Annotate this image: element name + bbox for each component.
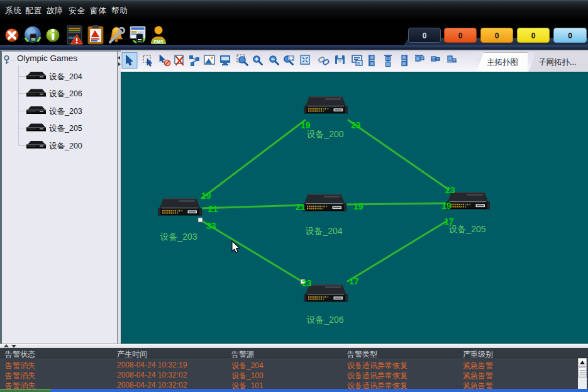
svg-text:23: 23 (351, 120, 361, 130)
svg-text:19: 19 (441, 201, 452, 211)
svg-text:17: 17 (349, 276, 359, 286)
svg-text:设备_203: 设备_203 (160, 232, 197, 242)
svg-text:19: 19 (201, 191, 211, 201)
svg-text:1:1: 1:1 (289, 57, 294, 60)
svg-text:21: 21 (296, 202, 306, 212)
svg-text:设备_204: 设备_204 (305, 226, 342, 236)
svg-text:21: 21 (208, 204, 218, 214)
svg-text:19: 19 (353, 201, 363, 211)
svg-text:设备_205: 设备_205 (448, 224, 485, 234)
svg-text:33: 33 (206, 221, 216, 231)
svg-text:23: 23 (302, 278, 312, 288)
svg-text:设备_206: 设备_206 (306, 315, 343, 325)
svg-text:R: R (357, 62, 360, 65)
svg-text:23: 23 (445, 185, 455, 195)
svg-text:设备_200: 设备_200 (306, 129, 343, 139)
svg-text:EMS: EMS (153, 40, 164, 44)
